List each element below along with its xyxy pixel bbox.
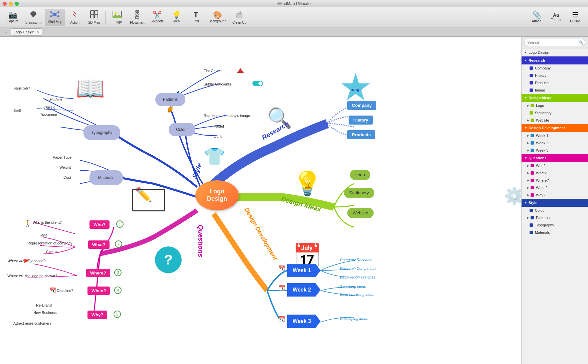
- svg-marker-18: [113, 14, 122, 18]
- search-input[interactable]: [524, 39, 585, 46]
- history-node[interactable]: History: [349, 116, 373, 125]
- sidebar-design-ideas-header[interactable]: ▼ Design Ideas: [522, 94, 588, 102]
- sidebar-design-dev-header[interactable]: ▼ Design Development: [522, 124, 588, 132]
- idea-button[interactable]: 💡 Idea: [167, 9, 186, 26]
- week3-cal-icon: 📆: [278, 316, 285, 322]
- sidebar-item-products[interactable]: Products: [522, 79, 588, 86]
- svg-point-5: [57, 11, 59, 13]
- attach-label: Attach: [532, 19, 541, 23]
- company-node[interactable]: Company: [347, 101, 376, 110]
- outline-button[interactable]: ☰ Outline: [566, 9, 585, 26]
- svg-rect-15: [94, 15, 98, 18]
- mindmap-canvas[interactable]: LogoDesign Typography 📖 Sans Serif Serif…: [0, 37, 521, 364]
- attach-button[interactable]: 📎 Attach: [527, 9, 546, 26]
- sidebar-item-logo-di[interactable]: ▶ Logo: [522, 102, 588, 109]
- week2-node[interactable]: Week 2: [287, 283, 321, 297]
- center-node[interactable]: LogoDesign: [195, 180, 239, 210]
- history-dot: [530, 74, 533, 77]
- sidebar-style-header[interactable]: ▼ Style: [522, 199, 588, 207]
- sidebar-item-who[interactable]: ▶ Who?: [522, 162, 588, 169]
- week1-dot: [531, 134, 534, 137]
- action-button[interactable]: Action: [65, 9, 84, 26]
- sidebar-item-materials[interactable]: Materials: [522, 229, 588, 236]
- colour-node[interactable]: Colour: [169, 123, 195, 136]
- week3-node[interactable]: Week 3: [287, 315, 321, 328]
- add-tab-button[interactable]: +: [3, 29, 9, 35]
- website-node[interactable]: Website: [347, 208, 374, 218]
- 2dmap-button[interactable]: 2D Map: [85, 9, 104, 26]
- where-item-label: Where?: [536, 178, 549, 182]
- flowchart-label: Flowchart: [130, 21, 144, 24]
- format-button[interactable]: Aa Format: [547, 9, 565, 26]
- cost-label: Cost: [63, 175, 71, 179]
- sidebar-item-week2[interactable]: ▶ Week 2: [522, 139, 588, 147]
- sidebar-item-website[interactable]: ▶ Website: [522, 117, 588, 124]
- close-button[interactable]: [3, 2, 7, 6]
- sidebar-item-patterns[interactable]: ▶ Patterns: [522, 214, 588, 221]
- text-button[interactable]: T Text: [187, 9, 205, 26]
- pastel-label: Pastel: [214, 124, 224, 128]
- capture-button[interactable]: 📷 Capture: [3, 9, 22, 26]
- snippets-icon: ✂️: [153, 11, 162, 19]
- week3-arrow: ▶: [527, 149, 529, 152]
- week3-item-label: Week 3: [536, 148, 548, 152]
- image-button[interactable]: Image: [108, 9, 127, 26]
- minimize-button[interactable]: [9, 2, 13, 6]
- why-badge: 5: [114, 311, 121, 318]
- who-dot: [531, 164, 534, 167]
- sidebar-item-where[interactable]: ▶ Where?: [522, 177, 588, 184]
- mindmap-icon: [50, 11, 59, 19]
- sidebar-tree-title: ▼ Logo Design: [522, 48, 588, 56]
- sidebar-item-history[interactable]: History: [522, 72, 588, 79]
- svg-marker-20: [136, 13, 139, 16]
- sidebar-item-typography[interactable]: Typography: [522, 221, 588, 229]
- sidebar-questions-header[interactable]: ▼ Questions: [522, 154, 588, 162]
- flowchart-button[interactable]: Flowchart: [127, 9, 147, 26]
- logo-di-node[interactable]: Logo: [350, 170, 370, 180]
- patterns-node[interactable]: Patterns: [155, 93, 185, 106]
- sidebar-item-stationery[interactable]: Stationery: [522, 109, 588, 117]
- who-arrow: ▶: [527, 164, 529, 167]
- logo-di-arrow: ▶: [527, 104, 529, 107]
- products-node[interactable]: Products: [347, 130, 375, 139]
- typography-node[interactable]: Typography: [83, 125, 120, 140]
- sidebar-item-when[interactable]: ▶ When?: [522, 184, 588, 191]
- why-node[interactable]: Why?: [87, 311, 107, 319]
- week2-label: Week 2: [293, 287, 311, 293]
- sidebar-research-header[interactable]: ▼ Research: [522, 56, 588, 64]
- text-label: Text: [193, 19, 199, 23]
- sidebar-item-what[interactable]: ▶ What?: [522, 169, 588, 177]
- snippets-button[interactable]: ✂️ Snippets: [148, 9, 167, 26]
- sidebar-item-image[interactable]: Image: [522, 86, 588, 94]
- sidebar-item-company[interactable]: Company: [522, 64, 588, 72]
- week1-node[interactable]: Week 1: [287, 264, 321, 277]
- where-node[interactable]: Where?: [86, 269, 110, 277]
- format-icon: Aa: [553, 13, 559, 17]
- rebrand-label: Re-Brand: [36, 303, 52, 307]
- what-node[interactable]: What?: [88, 240, 110, 249]
- mindmap-button[interactable]: Mind Map: [45, 9, 65, 26]
- sidebar-item-week3[interactable]: ▶ Week 3: [522, 147, 588, 154]
- materials-node[interactable]: Materials: [89, 170, 123, 185]
- background-button[interactable]: 🎨 Background: [206, 9, 229, 26]
- sidebar-item-week1[interactable]: ▶ Week 1: [522, 132, 588, 139]
- week2-cal-icon: 📆: [278, 285, 285, 291]
- when-node[interactable]: When?: [87, 287, 110, 295]
- maximize-button[interactable]: [15, 2, 19, 6]
- stationery-node[interactable]: Stationery: [344, 188, 374, 198]
- products-item-label: Products: [535, 81, 549, 85]
- brainstorm-button[interactable]: Brainstorm: [23, 9, 44, 26]
- cleanup-button[interactable]: Clean Up: [230, 9, 249, 26]
- paper-type-label: Paper Type: [53, 155, 71, 159]
- tab-close-button[interactable]: ✕: [36, 30, 39, 34]
- svg-point-3: [50, 11, 52, 13]
- stationery-dot: [530, 111, 533, 115]
- subtle-gradients-toggle[interactable]: [252, 81, 263, 86]
- sidebar-item-colour[interactable]: Colour: [522, 207, 588, 214]
- tab-logo-design[interactable]: Logo Design ✕: [11, 28, 42, 36]
- research-competitors-label: Research Competitors: [340, 266, 376, 270]
- sidebar-item-why[interactable]: ▶ Why?: [522, 191, 588, 199]
- who-node[interactable]: Who?: [89, 220, 110, 229]
- week3-label: Week 3: [293, 318, 311, 324]
- image-label: Image: [113, 20, 122, 24]
